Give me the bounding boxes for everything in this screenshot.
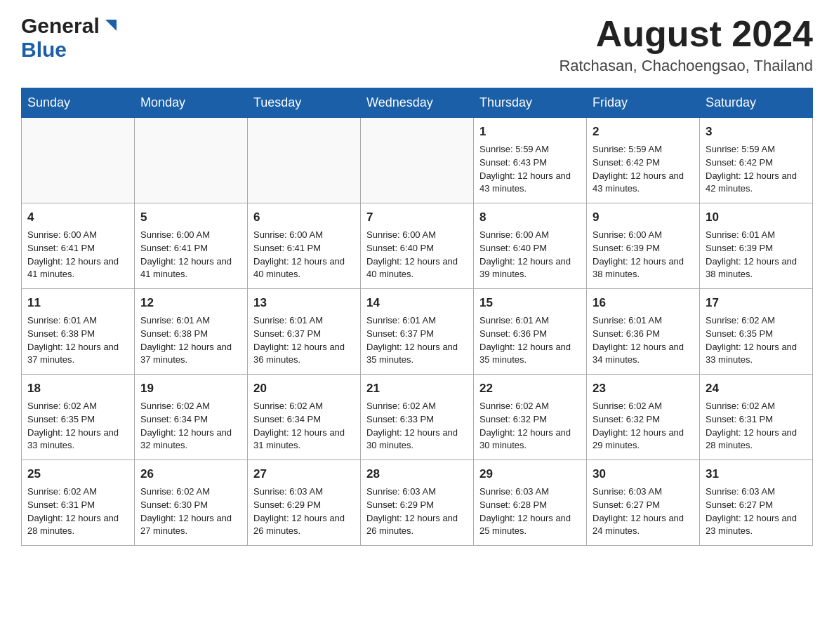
sunrise-text: Sunrise: 5:59 AM [479,144,549,154]
day-number: 14 [366,295,468,312]
day-number: 30 [593,466,694,483]
table-row: 6Sunrise: 6:00 AMSunset: 6:41 PMDaylight… [248,203,361,289]
table-row [361,118,474,203]
table-row: 16Sunrise: 6:01 AMSunset: 6:36 PMDayligh… [587,289,700,375]
sunrise-text: Sunrise: 6:03 AM [479,486,549,497]
day-number: 16 [593,295,694,312]
header-saturday: Saturday [700,88,813,118]
sunrise-text: Sunrise: 6:01 AM [593,315,662,326]
logo-triangle-icon [102,17,118,35]
sunrise-text: Sunrise: 6:02 AM [706,315,775,326]
sunset-text: Sunset: 6:32 PM [593,414,660,424]
daylight-text: Daylight: 12 hours and 32 minutes. [140,427,232,451]
daylight-text: Daylight: 12 hours and 28 minutes. [27,513,119,537]
table-row: 19Sunrise: 6:02 AMSunset: 6:34 PMDayligh… [135,375,248,460]
daylight-text: Daylight: 12 hours and 37 minutes. [140,342,232,365]
sunset-text: Sunset: 6:35 PM [27,414,95,424]
day-number: 2 [593,123,694,141]
sunset-text: Sunset: 6:30 PM [140,499,208,510]
table-row: 9Sunrise: 6:00 AMSunset: 6:39 PMDaylight… [587,203,700,289]
sunrise-text: Sunrise: 6:02 AM [706,401,775,411]
day-number: 13 [253,295,355,312]
daylight-text: Daylight: 12 hours and 38 minutes. [706,256,797,280]
day-number: 15 [479,295,581,312]
daylight-text: Daylight: 12 hours and 31 minutes. [253,427,345,451]
sunrise-text: Sunrise: 6:00 AM [366,229,436,240]
table-row: 17Sunrise: 6:02 AMSunset: 6:35 PMDayligh… [700,289,813,375]
day-number: 26 [140,466,241,483]
sunrise-text: Sunrise: 6:00 AM [479,229,549,240]
day-number: 22 [479,380,581,398]
daylight-text: Daylight: 12 hours and 25 minutes. [479,513,571,537]
sunset-text: Sunset: 6:38 PM [27,328,95,339]
calendar-week-row: 18Sunrise: 6:02 AMSunset: 6:35 PMDayligh… [22,375,813,460]
daylight-text: Daylight: 12 hours and 42 minutes. [706,170,797,194]
page-header: General Blue August 2024 Ratchasan, Chac… [21,14,813,75]
daylight-text: Daylight: 12 hours and 41 minutes. [27,256,119,280]
day-number: 28 [366,466,468,483]
day-number: 20 [253,380,355,398]
daylight-text: Daylight: 12 hours and 37 minutes. [27,342,119,365]
day-number: 9 [593,209,694,227]
table-row: 2Sunrise: 5:59 AMSunset: 6:42 PMDaylight… [587,118,700,203]
table-row: 26Sunrise: 6:02 AMSunset: 6:30 PMDayligh… [135,460,248,546]
table-row: 7Sunrise: 6:00 AMSunset: 6:40 PMDaylight… [361,203,474,289]
sunrise-text: Sunrise: 6:00 AM [140,229,210,240]
sunset-text: Sunset: 6:34 PM [140,414,208,424]
sunset-text: Sunset: 6:28 PM [479,499,547,510]
table-row: 22Sunrise: 6:02 AMSunset: 6:32 PMDayligh… [474,375,587,460]
sunset-text: Sunset: 6:35 PM [706,328,773,339]
table-row: 25Sunrise: 6:02 AMSunset: 6:31 PMDayligh… [22,460,135,546]
sunset-text: Sunset: 6:29 PM [366,499,434,510]
table-row: 1Sunrise: 5:59 AMSunset: 6:43 PMDaylight… [474,118,587,203]
sunset-text: Sunset: 6:42 PM [706,157,773,168]
sunset-text: Sunset: 6:39 PM [706,243,773,253]
logo: General Blue [21,14,118,62]
table-row: 5Sunrise: 6:00 AMSunset: 6:41 PMDaylight… [135,203,248,289]
sunset-text: Sunset: 6:33 PM [366,414,434,424]
table-row: 21Sunrise: 6:02 AMSunset: 6:33 PMDayligh… [361,375,474,460]
sunrise-text: Sunrise: 6:03 AM [593,486,662,497]
sunrise-text: Sunrise: 6:01 AM [253,315,323,326]
sunset-text: Sunset: 6:40 PM [366,243,434,253]
daylight-text: Daylight: 12 hours and 38 minutes. [593,256,684,280]
sunrise-text: Sunrise: 6:02 AM [140,486,210,497]
table-row: 28Sunrise: 6:03 AMSunset: 6:29 PMDayligh… [361,460,474,546]
sunrise-text: Sunrise: 6:02 AM [366,401,436,411]
table-row: 18Sunrise: 6:02 AMSunset: 6:35 PMDayligh… [22,375,135,460]
table-row [22,118,135,203]
header-friday: Friday [587,88,700,118]
calendar-week-row: 25Sunrise: 6:02 AMSunset: 6:31 PMDayligh… [22,460,813,546]
sunrise-text: Sunrise: 6:00 AM [593,229,662,240]
table-row: 23Sunrise: 6:02 AMSunset: 6:32 PMDayligh… [587,375,700,460]
day-number: 3 [706,123,807,141]
table-row [135,118,248,203]
sunrise-text: Sunrise: 6:00 AM [27,229,97,240]
table-row: 13Sunrise: 6:01 AMSunset: 6:37 PMDayligh… [248,289,361,375]
daylight-text: Daylight: 12 hours and 35 minutes. [366,342,458,365]
sunset-text: Sunset: 6:31 PM [27,499,95,510]
table-row: 27Sunrise: 6:03 AMSunset: 6:29 PMDayligh… [248,460,361,546]
sunrise-text: Sunrise: 6:02 AM [479,401,549,411]
header-tuesday: Tuesday [248,88,361,118]
header-sunday: Sunday [22,88,135,118]
daylight-text: Daylight: 12 hours and 30 minutes. [479,427,571,451]
daylight-text: Daylight: 12 hours and 40 minutes. [253,256,345,280]
sunset-text: Sunset: 6:42 PM [593,157,660,168]
calendar-week-row: 1Sunrise: 5:59 AMSunset: 6:43 PMDaylight… [22,118,813,203]
sunrise-text: Sunrise: 6:01 AM [479,315,549,326]
day-number: 5 [140,209,241,227]
day-number: 11 [27,295,128,312]
daylight-text: Daylight: 12 hours and 27 minutes. [140,513,232,537]
table-row: 12Sunrise: 6:01 AMSunset: 6:38 PMDayligh… [135,289,248,375]
daylight-text: Daylight: 12 hours and 33 minutes. [27,427,119,451]
sunset-text: Sunset: 6:36 PM [479,328,547,339]
sunset-text: Sunset: 6:38 PM [140,328,208,339]
sunset-text: Sunset: 6:43 PM [479,157,547,168]
day-number: 4 [27,209,128,227]
table-row: 14Sunrise: 6:01 AMSunset: 6:37 PMDayligh… [361,289,474,375]
daylight-text: Daylight: 12 hours and 36 minutes. [253,342,345,365]
sunrise-text: Sunrise: 6:01 AM [27,315,97,326]
sunrise-text: Sunrise: 6:02 AM [27,486,97,497]
day-number: 31 [706,466,807,483]
